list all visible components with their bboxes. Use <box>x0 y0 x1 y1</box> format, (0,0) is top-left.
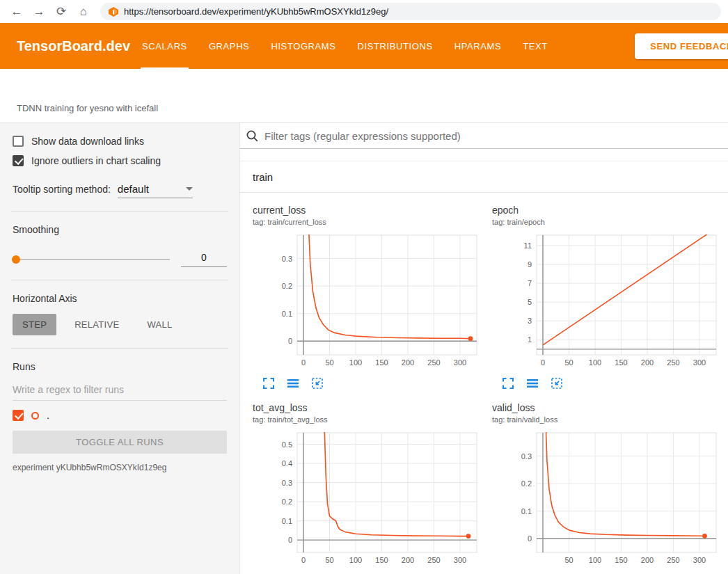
smoothing-slider[interactable] <box>13 259 170 260</box>
svg-text:0.2: 0.2 <box>282 497 292 506</box>
svg-text:150: 150 <box>615 358 627 367</box>
line-chart[interactable]: 05010015020025030000.10.20.30.40.5 <box>253 429 482 571</box>
tab-text[interactable]: TEXT <box>521 23 549 69</box>
line-chart[interactable]: 5010015020025030000.10.20.3 <box>492 429 722 571</box>
svg-text:150: 150 <box>615 556 627 564</box>
svg-text:100: 100 <box>349 358 362 367</box>
tooltip-sorting-row: Tooltip sorting method: default <box>13 183 227 198</box>
expand-lines-icon[interactable] <box>287 377 299 390</box>
line-chart[interactable]: 05010015020025030000.10.20.3 <box>253 231 482 373</box>
runs-label: Runs <box>13 361 227 372</box>
chart-epoch: epoch tag: train/epoch 05010015020025030… <box>492 205 722 390</box>
filter-tags-row <box>240 123 728 149</box>
axis-wall-button[interactable]: WALL <box>137 314 182 335</box>
ignore-outliers-row[interactable]: Ignore outliers in chart scaling <box>13 155 227 166</box>
send-feedback-button[interactable]: SEND FEEDBACK <box>635 33 728 59</box>
content: Show data download links Ignore outliers… <box>0 123 728 574</box>
runs-section: Runs . TOGGLE ALL RUNS experiment yKUbhb… <box>11 349 228 485</box>
svg-text:9: 9 <box>528 260 532 269</box>
tab-distributions[interactable]: DISTRIBUTIONS <box>356 23 434 69</box>
tab-scalars[interactable]: SCALARS <box>141 23 189 69</box>
chart-title: valid_loss <box>492 402 722 413</box>
browser-toolbar: ← → ⟳ ⌂ https://tensorboard.dev/experime… <box>0 0 728 23</box>
svg-text:0: 0 <box>301 358 306 367</box>
tab-histograms[interactable]: HISTOGRAMS <box>269 23 337 69</box>
svg-text:50: 50 <box>325 556 333 564</box>
svg-text:11: 11 <box>524 241 532 250</box>
main-panel: train current_loss tag: train/current_lo… <box>240 123 728 574</box>
svg-text:0.1: 0.1 <box>282 310 292 318</box>
svg-text:1: 1 <box>528 335 532 344</box>
url-text: https://tensorboard.dev/experiment/yKUbh… <box>124 6 388 17</box>
svg-text:50: 50 <box>564 556 573 564</box>
train-section-header[interactable]: train <box>240 161 728 193</box>
horizontal-axis-label: Horizontal Axis <box>13 293 227 304</box>
show-download-links-checkbox[interactable] <box>13 136 24 147</box>
fit-domain-icon[interactable] <box>551 377 563 390</box>
chart-tag: tag: train/epoch <box>492 218 722 226</box>
chart-tot-avg-loss: tot_avg_loss tag: train/tot_avg_loss 050… <box>253 402 482 574</box>
svg-text:0: 0 <box>288 337 292 345</box>
svg-text:0.1: 0.1 <box>282 517 292 525</box>
slider-thumb[interactable] <box>12 255 20 264</box>
horizontal-axis-buttons: STEP RELATIVE WALL <box>13 314 227 335</box>
back-icon[interactable]: ← <box>7 5 26 19</box>
tooltip-sorting-value: default <box>118 183 149 195</box>
app-header: TensorBoard.dev SCALARS GRAPHS HISTOGRAM… <box>0 23 728 69</box>
svg-text:150: 150 <box>375 556 388 564</box>
charts-grid: current_loss tag: train/current_loss 050… <box>240 193 728 574</box>
smoothing-value-field[interactable]: 0 <box>181 252 227 267</box>
brand-logo[interactable]: TensorBoard.dev <box>17 38 141 54</box>
show-download-links-row[interactable]: Show data download links <box>13 136 227 147</box>
svg-text:250: 250 <box>667 556 679 564</box>
expand-lines-icon[interactable] <box>526 377 539 390</box>
experiment-description: TDNN training for yesno with icefall <box>0 69 728 123</box>
fullscreen-icon[interactable] <box>262 377 275 390</box>
svg-text:250: 250 <box>667 358 679 367</box>
forward-icon[interactable]: → <box>29 5 49 19</box>
toggle-all-runs-button[interactable]: TOGGLE ALL RUNS <box>13 431 227 454</box>
tab-graphs[interactable]: GRAPHS <box>207 23 251 69</box>
ignore-outliers-checkbox[interactable] <box>13 155 24 166</box>
svg-text:0.2: 0.2 <box>282 282 292 290</box>
ignore-outliers-label: Ignore outliers in chart scaling <box>31 155 161 166</box>
line-chart[interactable]: 0501001502002503001357911 <box>492 231 722 373</box>
svg-text:300: 300 <box>693 556 706 564</box>
svg-text:150: 150 <box>375 358 388 367</box>
url-bar[interactable]: https://tensorboard.dev/experiment/yKUbh… <box>100 3 721 20</box>
smoothing-section: Smoothing 0 <box>11 212 228 280</box>
home-icon[interactable]: ⌂ <box>74 5 93 19</box>
fullscreen-icon[interactable] <box>502 377 514 390</box>
svg-text:0: 0 <box>288 536 292 544</box>
svg-text:0: 0 <box>301 556 306 564</box>
run-name: . <box>47 410 49 421</box>
chart-tag: tag: train/current_loss <box>253 218 482 226</box>
run-checkbox[interactable] <box>13 410 24 421</box>
tab-hparams[interactable]: HPARAMS <box>453 23 503 69</box>
svg-text:0: 0 <box>528 534 532 543</box>
axis-step-button[interactable]: STEP <box>13 314 56 335</box>
header-nav: SCALARS GRAPHS HISTOGRAMS DISTRIBUTIONS … <box>141 23 549 69</box>
svg-text:0.2: 0.2 <box>521 479 532 488</box>
run-row[interactable]: . <box>13 410 227 421</box>
chart-title: tot_avg_loss <box>253 402 482 413</box>
train-card: train current_loss tag: train/current_lo… <box>240 161 728 574</box>
svg-text:5: 5 <box>528 298 532 306</box>
refresh-icon[interactable]: ⟳ <box>52 4 71 19</box>
tooltip-sorting-dropdown[interactable]: default <box>118 183 193 198</box>
filter-tags-input[interactable] <box>264 130 722 142</box>
smoothing-label: Smoothing <box>13 224 227 235</box>
settings-sidebar: Show data download links Ignore outliers… <box>0 123 240 574</box>
svg-text:200: 200 <box>641 358 654 367</box>
chart-title: current_loss <box>253 205 482 216</box>
page: ← → ⟳ ⌂ https://tensorboard.dev/experime… <box>0 0 728 574</box>
svg-text:300: 300 <box>454 556 466 564</box>
runs-filter-input[interactable] <box>13 379 227 401</box>
fit-domain-icon[interactable] <box>311 377 324 390</box>
svg-text:200: 200 <box>402 358 414 367</box>
show-download-links-label: Show data download links <box>31 136 144 147</box>
axis-relative-button[interactable]: RELATIVE <box>65 314 129 335</box>
horizontal-axis-section: Horizontal Axis STEP RELATIVE WALL <box>11 280 228 349</box>
svg-text:50: 50 <box>564 358 573 367</box>
chart-valid-loss: valid_loss tag: train/valid_loss 5010015… <box>492 402 722 574</box>
